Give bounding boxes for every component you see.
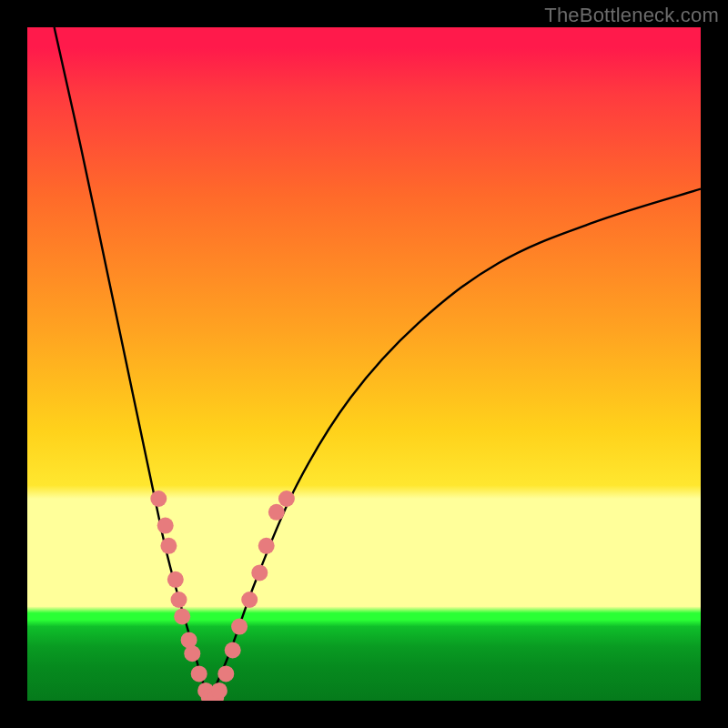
sample-point [217,665,234,682]
sample-point [167,571,184,588]
bottleneck-curve [55,27,701,701]
sample-point [171,592,187,608]
sample-point [157,518,174,534]
sample-point [278,490,295,507]
sample-point [258,538,275,554]
sample-point [251,564,268,581]
sample-point [184,645,200,662]
sample-point [174,609,190,625]
sample-point [268,504,285,521]
chart-frame: TheBottleneck.com [0,0,728,728]
sample-points-group [150,490,295,701]
sample-point [231,619,248,635]
sample-point [211,682,228,699]
plot-area [27,27,701,701]
sample-point [160,538,177,554]
watermark-text: TheBottleneck.com [544,4,719,27]
sample-point [241,592,258,608]
sample-point [225,642,241,659]
sample-point [191,665,207,682]
chart-overlay-svg [27,27,701,701]
sample-point [150,490,167,507]
curve-right-branch [209,189,701,701]
